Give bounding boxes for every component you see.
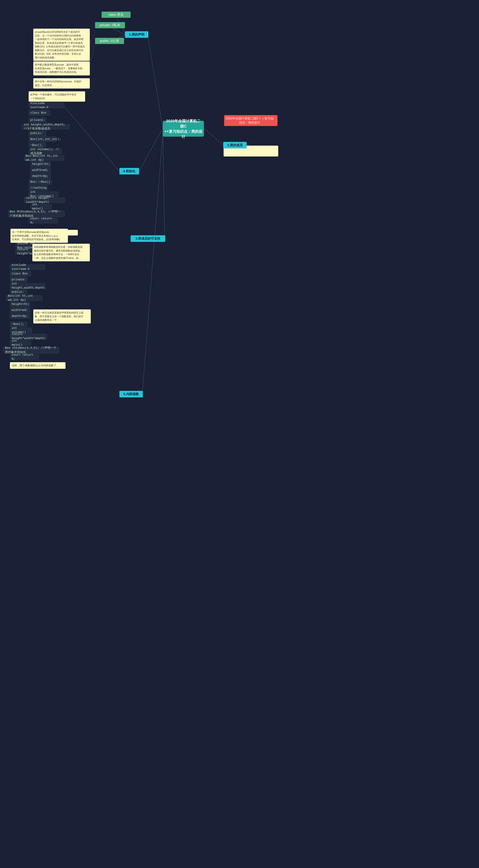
cout-return-1-node: cout< return 0; — [29, 218, 58, 223]
desc-protected-node: 类中还有一种访问控制符protected，叫保护 成员，以后再讲。 — [33, 78, 90, 89]
int-hwp-2-node: int height,width,depth; — [10, 283, 45, 288]
cout-return-2-node: cout< return 0; — [10, 354, 39, 360]
box-ht-wd-node: Box:Box(int ht,int wd,int dp) — [24, 155, 64, 161]
section4-label: 4.初始化 — [119, 168, 139, 175]
main-node: 2020年全国计算机二级C ++复习知识点：类的设计 — [163, 121, 204, 137]
desc-end-node: 这样，两个函数都默认认为内联函数了。 — [10, 362, 65, 369]
section5-label: 5.内联函数 — [119, 391, 143, 397]
svg-line-2 — [163, 131, 165, 239]
svg-line-1 — [138, 128, 163, 172]
class-box-1-node: class Box — [29, 110, 50, 116]
mindmap-container: 2020年全国计算机二级C ++复习知识点：类的设计 2020年全国计算机二级C… — [0, 0, 479, 868]
public-node: public: //公有 — [95, 38, 124, 44]
int-main-2-node: int main() — [10, 340, 31, 346]
svg-line-8 — [90, 32, 95, 44]
svg-line-4 — [204, 128, 224, 146]
desc-inline-2-node: 还有一种方法就是直接在声明里的内部定义函 数，而不需要定义加一个函数原型，我们把… — [33, 309, 91, 323]
width-wd-2-node: width=wd; — [10, 308, 30, 313]
width-wd-node: width=wd; — [31, 167, 51, 173]
int-volume-node: int volume(); //成员函数 — [29, 149, 62, 154]
depth-dp-node: depth=dp; — [31, 174, 51, 179]
svg-line-9 — [90, 41, 95, 65]
connector-lines — [0, 0, 479, 868]
svg-line-0 — [148, 36, 163, 128]
box-int-node: Box(int,int,int); — [29, 137, 56, 142]
class-box-2-node: class Box — [10, 271, 31, 276]
int-hwp-node: int height,width,depth; //3个私有数据成员 — [22, 124, 70, 129]
height-ht-2-node: height=ht; — [10, 302, 30, 307]
int-main-1-node: int main() — [31, 204, 52, 209]
box-345-1-node: Box ※thisbox(3,4,5); //声明一个类对象并初始化 — [8, 211, 65, 217]
desc-access-node: private和public访问控制符决定了成员的可 见性。当一个访问控制符出现… — [33, 29, 90, 61]
private-1-node: private: — [29, 118, 46, 123]
include-iostream-node: #include iostream.h — [29, 102, 64, 108]
private-node: private: //私有 — [95, 22, 125, 28]
box-tilde-node: Box::~Box() — [29, 179, 52, 185]
desc-init-one-node: 在声明一个类对象时，可以用圆括号中有含 一个初始化列。 — [29, 91, 85, 102]
class-lei-node: class 类名 — [102, 11, 131, 18]
boxint-2-node: Box(int ht,int wd,int dp) — [6, 296, 42, 301]
height-ht-node: height=ht; — [31, 161, 51, 167]
section1-label: 1.类的声明 — [125, 31, 148, 38]
section2-label: 2.类的成员 — [223, 142, 247, 149]
svg-line-3 — [142, 133, 163, 395]
box-345-2-node: Box thisbox(3,4,5); //声明一个类对象并初始化 — [3, 347, 59, 353]
section3-label: 3.类成员的可见性 — [131, 235, 165, 242]
top-right-info: 2020年全国计算机二级C＋＋复习知 识点：类的设计 — [224, 115, 278, 126]
public-1-node: public: — [29, 131, 46, 136]
desc-private-node: 类中默认数据类型是private，超向中若跟 从类型是public，一般情况下，… — [33, 61, 90, 75]
return-hwp-3-node: return height*width*depth; — [10, 334, 47, 339]
svg-line-10 — [64, 106, 120, 172]
desc-inline-node: 内联函数和普通函数的区别是：内联函数是指 编译过程中展开的，通常内联函数必须简短… — [32, 244, 90, 261]
depth-dp-2-node: depth=dp; — [10, 314, 30, 319]
note-next-node — [49, 230, 78, 236]
return-hwp-node: return height*(width*depth) — [24, 197, 65, 203]
include-iostream-2-node: #include iostream.h — [10, 265, 45, 270]
